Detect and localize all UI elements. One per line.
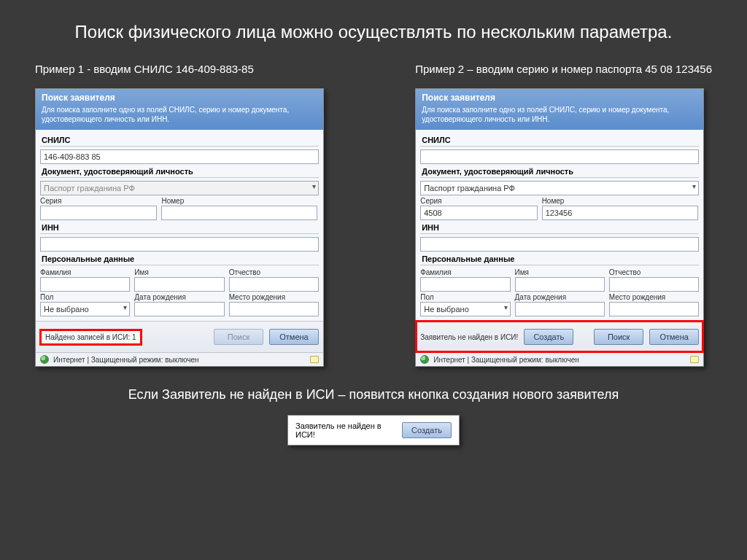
divider (420, 146, 699, 147)
fam-label: Фамилия (420, 268, 510, 276)
divider (40, 146, 319, 147)
snils-label: СНИЛС (40, 133, 319, 146)
status-notfound: Заявитель не найден в ИСИ! (420, 333, 518, 341)
pol-label: Пол (40, 293, 130, 301)
example-1: Пример 1 - вводим СНИЛС 146-409-883-85 П… (35, 63, 324, 367)
otch-label: Отчество (609, 268, 699, 276)
examples-row: Пример 1 - вводим СНИЛС 146-409-883-85 П… (0, 55, 747, 367)
imya-input[interactable] (515, 277, 605, 292)
inn-input[interactable] (40, 237, 319, 252)
divider (420, 177, 699, 178)
nomer-label: Номер (161, 197, 317, 205)
inn-input[interactable] (420, 237, 699, 252)
fam-input[interactable] (420, 277, 510, 292)
protected-mode-icon (310, 356, 319, 363)
fam-label: Фамилия (40, 268, 130, 276)
nomer-label: Номер (542, 197, 698, 205)
doc-label: Документ, удостоверяющий личность (420, 164, 699, 177)
form-header: Поиск заявителя Для поиска заполните одн… (416, 89, 703, 130)
statusbar-text: Интернет | Защищенный режим: выключен (433, 356, 579, 364)
seria-input[interactable] (40, 206, 157, 220)
imya-label: Имя (515, 268, 605, 276)
fam-input[interactable] (40, 277, 130, 292)
pol-select[interactable] (420, 302, 510, 316)
divider (40, 265, 319, 265)
seria-input[interactable] (420, 206, 537, 220)
doc-select[interactable] (420, 181, 699, 195)
example-2: Пример 2 – вводим серию и номер паспорта… (415, 63, 712, 367)
search-button[interactable]: Поиск (214, 329, 263, 345)
snils-input[interactable] (40, 149, 319, 164)
otch-label: Отчество (229, 268, 319, 276)
floating-create-button[interactable]: Создать (402, 422, 452, 438)
create-button[interactable]: Создать (524, 329, 573, 345)
form-body: СНИЛС Документ, удостоверяющий личность … (416, 130, 703, 321)
form-title: Поиск заявителя (42, 93, 317, 103)
form-footer: Заявитель не найден в ИСИ! Создать Поиск… (416, 321, 703, 352)
dob-input[interactable] (515, 302, 605, 316)
form-window-2: Поиск заявителя Для поиска заполните одн… (415, 88, 704, 367)
dob-input[interactable] (134, 302, 224, 316)
cancel-button[interactable]: Отмена (269, 329, 319, 345)
seria-label: Серия (40, 197, 157, 205)
divider (40, 233, 319, 234)
status-found: Найдено записей в ИСИ: 1 (40, 330, 142, 345)
globe-icon (40, 355, 49, 364)
slide-title: Поиск физического лица можно осуществлят… (0, 0, 747, 55)
imya-label: Имя (134, 268, 224, 276)
nomer-input[interactable] (542, 206, 698, 220)
pob-label: Место рождения (229, 293, 319, 301)
form-subtitle: Для поиска заполните одно из полей СНИЛС… (42, 105, 317, 124)
dob-label: Дата рождения (515, 293, 605, 301)
cancel-button[interactable]: Отмена (649, 329, 699, 345)
form-window-1: Поиск заявителя Для поиска заполните одн… (35, 88, 324, 367)
status-bar: Интернет | Защищенный режим: выключен (36, 352, 323, 366)
nomer-input[interactable] (161, 206, 317, 220)
example1-caption: Пример 1 - вводим СНИЛС 146-409-883-85 (35, 63, 324, 75)
snils-label: СНИЛС (420, 133, 699, 146)
pol-select-wrap[interactable] (40, 302, 130, 316)
pol-select[interactable] (40, 302, 130, 316)
otch-input[interactable] (609, 277, 699, 292)
doc-label: Документ, удостоверяющий личность (40, 164, 319, 177)
protected-mode-icon (690, 356, 699, 363)
form-footer: Найдено записей в ИСИ: 1 Поиск Отмена (36, 321, 323, 352)
otch-input[interactable] (229, 277, 319, 292)
bottom-caption: Если Заявитель не найден в ИСИ – появитс… (0, 367, 747, 414)
dob-label: Дата рождения (134, 293, 224, 301)
floating-create-panel: Заявитель не найден в ИСИ! Создать (287, 415, 460, 446)
divider (420, 265, 699, 265)
floating-create-msg: Заявитель не найден в ИСИ! (295, 421, 396, 439)
personal-label: Персональные данные (40, 252, 319, 265)
pol-label: Пол (420, 293, 510, 301)
search-button[interactable]: Поиск (594, 329, 643, 345)
form-header: Поиск заявителя Для поиска заполните одн… (36, 89, 323, 130)
inn-label: ИНН (420, 220, 699, 233)
pol-select-wrap[interactable] (420, 302, 510, 316)
divider (420, 233, 699, 234)
seria-label: Серия (420, 197, 537, 205)
statusbar-text: Интернет | Защищенный режим: выключен (53, 356, 199, 364)
doc-select-wrap[interactable] (420, 181, 699, 195)
inn-label: ИНН (40, 220, 319, 233)
imya-input[interactable] (134, 277, 224, 292)
status-bar: Интернет | Защищенный режим: выключен (416, 352, 703, 366)
personal-label: Персональные данные (420, 252, 699, 265)
pob-input[interactable] (229, 302, 319, 316)
globe-icon (420, 355, 429, 364)
form-title: Поиск заявителя (422, 93, 697, 103)
form-body: СНИЛС Документ, удостоверяющий личность … (36, 130, 323, 321)
pob-label: Место рождения (609, 293, 699, 301)
pob-input[interactable] (609, 302, 699, 316)
form-subtitle: Для поиска заполните одно из полей СНИЛС… (422, 105, 697, 124)
divider (40, 177, 319, 178)
example2-caption: Пример 2 – вводим серию и номер паспорта… (415, 63, 712, 75)
doc-select[interactable] (40, 181, 319, 195)
snils-input[interactable] (420, 149, 699, 164)
doc-select-wrap[interactable] (40, 181, 319, 195)
